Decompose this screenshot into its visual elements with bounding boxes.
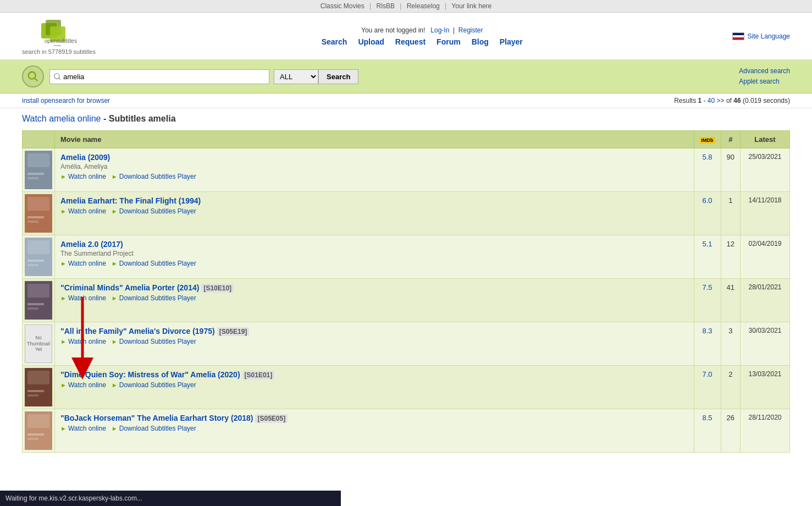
movie-action-links: ► Watch online► Download Subtitles Playe… [60, 425, 688, 432]
download-subtitles-link[interactable]: ► Download Subtitles Player [112, 425, 196, 432]
svg-rect-16 [27, 240, 49, 254]
header-nav: You are not logged in! Log-In | Register… [112, 26, 732, 46]
subtitle-count-cell: 3 [721, 322, 740, 366]
latest-date-cell: 25/03/2021 [741, 148, 790, 192]
sep2: | [400, 2, 401, 10]
download-subtitles-link[interactable]: ► Download Subtitles Player [112, 338, 196, 345]
arrow-icon: ► [60, 382, 67, 388]
episode-tag: [S05E05] [255, 414, 288, 423]
topbar-releaselog[interactable]: Releaselog [407, 2, 440, 10]
download-subtitles-link[interactable]: ► Download Subtitles Player [112, 207, 196, 215]
latest-date-cell: 02/04/2019 [741, 235, 790, 279]
svg-rect-28 [27, 414, 49, 428]
download-subtitles-link[interactable]: ► Download Subtitles Player [112, 260, 196, 267]
watch-online-link[interactable]: ► Watch online [60, 207, 106, 215]
movie-title-link[interactable]: Amelia 2.0 (2017) [60, 240, 123, 249]
movie-info-cell: Amelia 2.0 (2017)The Summerland Project►… [55, 235, 694, 279]
movie-thumb-cell [23, 235, 55, 279]
svg-rect-10 [27, 177, 38, 179]
watch-online-heading-link[interactable]: Watch amelia online [22, 114, 101, 123]
movie-info-cell: Amelia Earhart: The Final Flight (1994)►… [55, 192, 694, 235]
main-nav: Search Upload Request Forum Blog Player [112, 37, 732, 46]
results-page-link[interactable]: 40 >> [708, 97, 725, 105]
nav-search[interactable]: Search [322, 37, 347, 46]
imdb-score-cell: 5.8 [694, 148, 721, 192]
table-row: "Criminal Minds" Amelia Porter (2014)[S1… [23, 279, 790, 322]
imdb-score-cell: 7.0 [694, 366, 721, 409]
svg-rect-29 [27, 433, 44, 436]
nav-player[interactable]: Player [500, 37, 523, 46]
movie-thumb-cell [23, 279, 55, 322]
table-header-row: Movie name IMDb # Latest [23, 131, 790, 148]
search-input[interactable] [49, 69, 269, 84]
col-thumb [23, 131, 55, 148]
search-icon-area [22, 65, 44, 87]
site-language-link[interactable]: Site Language [748, 32, 790, 40]
register-link[interactable]: Register [459, 26, 483, 34]
language-select[interactable]: ALL English French German Spanish [274, 69, 318, 84]
latest-date-cell: 28/01/2021 [741, 279, 790, 322]
arrow-icon: ► [112, 208, 118, 215]
latest-date-cell: 28/11/2020 [741, 409, 790, 453]
nav-upload[interactable]: Upload [358, 37, 384, 46]
advanced-search-link[interactable]: Advanced search [739, 66, 790, 76]
imdb-score-link[interactable]: 7.0 [702, 370, 712, 378]
movie-title-link[interactable]: "Criminal Minds" Amelia Porter (2014)[S1… [60, 283, 234, 292]
topbar-your-link[interactable]: Your link here [451, 2, 491, 10]
arrow-icon: ► [60, 208, 67, 215]
flag-icon [732, 32, 744, 40]
movie-title-link[interactable]: "BoJack Horseman" The Amelia Earhart Sto… [60, 414, 288, 422]
download-subtitles-link[interactable]: ► Download Subtitles Player [112, 381, 196, 389]
watch-online-link[interactable]: ► Watch online [60, 173, 106, 180]
download-subtitles-link[interactable]: ► Download Subtitles Player [112, 173, 196, 180]
subtitle-heading: - Subtitles amelia [103, 114, 176, 123]
movie-action-links: ► Watch online► Download Subtitles Playe… [60, 260, 688, 267]
topbar-classic-movies[interactable]: Classic Movies [321, 2, 364, 10]
nav-forum[interactable]: Forum [437, 37, 461, 46]
episode-tag: [S01E01] [242, 371, 275, 380]
search-button[interactable]: Search [318, 69, 358, 84]
imdb-score-link[interactable]: 8.3 [702, 327, 712, 335]
movie-thumb-cell [23, 409, 55, 453]
watch-online-link[interactable]: ► Watch online [60, 260, 106, 267]
watch-online-link[interactable]: ► Watch online [60, 425, 106, 432]
movie-title-link[interactable]: "All in the Family" Amelia's Divorce (19… [60, 327, 249, 336]
movie-title-link[interactable]: Amelia (2009) [60, 153, 110, 162]
search-bar: ALL English French German Spanish Search… [0, 60, 812, 94]
movie-title-link[interactable]: "Dime Quien Soy: Mistress of War" Amelia… [60, 370, 274, 379]
col-latest: Latest [741, 131, 790, 148]
subtitle-count-cell: 90 [721, 148, 740, 192]
movie-info-cell: "BoJack Horseman" The Amelia Earhart Sto… [55, 409, 694, 453]
imdb-score-link[interactable]: 6.0 [702, 196, 712, 205]
table-row: Amelia Earhart: The Final Flight (1994)►… [23, 192, 790, 235]
imdb-score-link[interactable]: 5.8 [702, 153, 712, 161]
watch-online-link[interactable]: ► Watch online [60, 338, 106, 345]
nav-blog[interactable]: Blog [472, 37, 489, 46]
download-subtitles-link[interactable]: ► Download Subtitles Player [112, 294, 196, 302]
applet-search-link[interactable]: Applet search [739, 76, 779, 87]
nav-request[interactable]: Request [395, 37, 426, 46]
movie-info-cell: "All in the Family" Amelia's Divorce (19… [55, 322, 694, 366]
site-language[interactable]: Site Language [732, 32, 790, 40]
movie-action-links: ► Watch online► Download Subtitles Playe… [60, 338, 688, 345]
latest-date-cell: 13/03/2021 [741, 366, 790, 409]
svg-rect-12 [27, 197, 49, 211]
imdb-score-link[interactable]: 8.5 [702, 414, 712, 422]
imdb-score-link[interactable]: 7.5 [702, 283, 712, 292]
login-link[interactable]: Log-In [430, 26, 449, 34]
imdb-score-link[interactable]: 5.1 [702, 240, 712, 248]
results-count: Results 1 - 40 >> of 46 (0.019 seconds) [674, 97, 790, 105]
opensearch-link[interactable]: install opensearch for browser [22, 97, 110, 105]
arrow-icon: ► [112, 260, 118, 267]
svg-rect-17 [27, 260, 44, 262]
topbar-rlsbb[interactable]: RlsBB [377, 2, 395, 10]
svg-rect-25 [27, 390, 44, 392]
movie-info-cell: "Dime Quien Soy: Mistress of War" Amelia… [55, 366, 694, 409]
results-bar: install opensearch for browser Results 1… [0, 94, 812, 108]
watch-online-link[interactable]: ► Watch online [60, 381, 106, 389]
movie-thumb-cell [23, 192, 55, 235]
movie-info-cell: Amelia (2009)Amélia, Ameliya► Watch onli… [55, 148, 694, 192]
movie-title-link[interactable]: Amelia Earhart: The Final Flight (1994) [60, 196, 201, 205]
watch-online-link[interactable]: ► Watch online [60, 294, 106, 302]
movie-action-links: ► Watch online► Download Subtitles Playe… [60, 294, 688, 302]
